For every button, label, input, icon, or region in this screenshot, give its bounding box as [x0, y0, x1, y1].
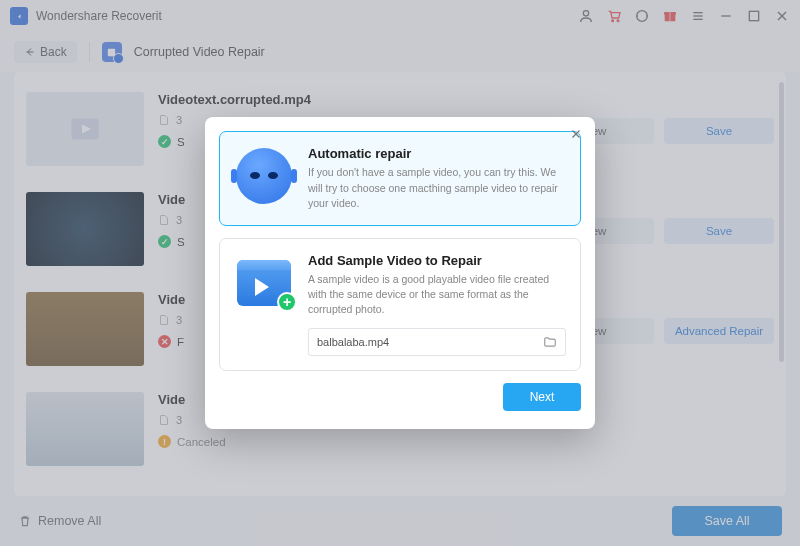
option-title: Add Sample Video to Repair: [308, 253, 566, 268]
repair-options-dialog: Automatic repair If you don't have a sam…: [205, 117, 595, 428]
modal-overlay: Automatic repair If you don't have a sam…: [0, 0, 800, 546]
option-add-sample-video[interactable]: + Add Sample Video to Repair A sample vi…: [219, 238, 581, 371]
robot-icon: [234, 146, 294, 206]
next-button[interactable]: Next: [503, 383, 581, 411]
option-description: If you don't have a sample video, you ca…: [308, 165, 566, 211]
option-automatic-repair[interactable]: Automatic repair If you don't have a sam…: [219, 131, 581, 226]
next-label: Next: [530, 390, 555, 404]
option-title: Automatic repair: [308, 146, 566, 161]
dialog-close-button[interactable]: [569, 127, 583, 145]
sample-video-path-value: balbalaba.mp4: [317, 336, 535, 348]
folder-icon[interactable]: [543, 335, 557, 349]
close-icon: [569, 127, 583, 141]
sample-video-path-input[interactable]: balbalaba.mp4: [308, 328, 566, 356]
sample-video-icon: +: [234, 253, 294, 313]
option-description: A sample video is a good playable video …: [308, 272, 566, 318]
